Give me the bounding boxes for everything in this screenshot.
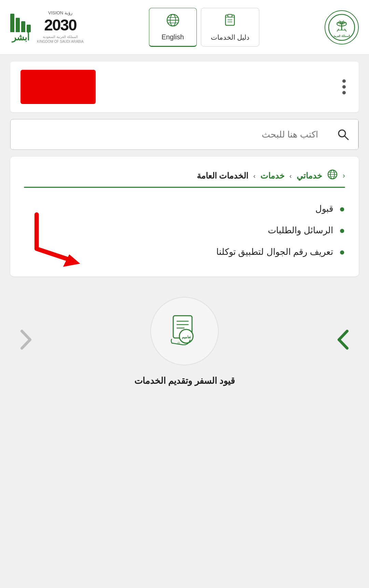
search-section	[10, 119, 359, 150]
carousel-prev-button[interactable]	[327, 324, 359, 359]
menu-item-tawakkalna[interactable]: ● تعريف رقم الجوال لتطبيق توكلنا	[24, 241, 345, 263]
book-icon	[223, 13, 237, 30]
carousel-item-circle: تعاميم	[150, 297, 219, 365]
breadcrumb-general-services: الخدمات العامة	[197, 171, 249, 181]
header-left: ⚔️ المملكة العربية	[325, 10, 359, 44]
user-name-redacted	[20, 70, 96, 104]
header-right: رؤية VISION 2030 المملكة العربية السعودي…	[10, 10, 84, 44]
vision-year: 2030	[44, 16, 76, 35]
header-nav-buttons: دليل الخدمات English	[149, 8, 260, 47]
breadcrumb: ‹ خدماتي › خدمات › الخدمات العامة	[24, 169, 345, 183]
page-header: ⚔️ المملكة العربية	[0, 0, 369, 55]
svg-point-38	[177, 342, 180, 344]
menu-item-messages[interactable]: ● الرسائل والطلبات	[24, 220, 345, 241]
menu-with-annotation: ● قبول ● الرسائل والطلبات ● تعريف رقم ال…	[24, 198, 345, 263]
content-card-wrapper: ‹ خدماتي › خدمات › الخدمات العامة ●	[0, 157, 369, 276]
vision-country-ar: المملكة العربية السعودية	[37, 35, 84, 39]
svg-line-25	[345, 136, 348, 140]
breadcrumb-globe-icon	[327, 169, 338, 183]
english-label: English	[162, 33, 184, 41]
breadcrumb-sep-1: ›	[289, 172, 292, 180]
breadcrumb-underline	[24, 187, 345, 188]
service-guide-button[interactable]: دليل الخدمات	[201, 8, 260, 47]
user-bar	[10, 62, 359, 112]
carousel-item-label: قيود السفر وتقديم الخدمات	[134, 376, 235, 386]
vision-label: رؤية VISION	[48, 10, 72, 16]
carousel-center: تعاميم قيود السفر وتقديم الخدمات	[134, 297, 235, 386]
absher-text: أبشر	[12, 32, 29, 43]
vision-2030-logo: رؤية VISION 2030 المملكة العربية السعودي…	[37, 10, 84, 44]
saudi-logo: ⚔️ المملكة العربية	[325, 10, 359, 44]
menu-item-acceptance[interactable]: ● قبول	[24, 198, 345, 220]
service-guide-label: دليل الخدمات	[211, 33, 250, 41]
bullet-icon: ●	[339, 204, 345, 214]
svg-text:تعاميم: تعاميم	[182, 335, 191, 339]
svg-rect-2	[341, 23, 342, 30]
english-button[interactable]: English	[149, 8, 197, 47]
vision-country-en: KINGDOM OF SAUDI ARABIA	[37, 39, 84, 44]
menu-dots-button[interactable]	[340, 77, 348, 97]
search-button[interactable]	[328, 119, 358, 150]
breadcrumb-khidmati[interactable]: خدماتي	[297, 171, 322, 181]
content-card: ‹ خدماتي › خدمات › الخدمات العامة ●	[10, 157, 359, 276]
menu-item-acceptance-label: قبول	[315, 204, 333, 214]
carousel-item-icon: تعاميم	[166, 312, 203, 350]
search-input[interactable]	[11, 129, 328, 140]
search-bar	[10, 119, 359, 150]
breadcrumb-sep-2: ›	[253, 172, 256, 180]
carousel-section: تعاميم قيود السفر وتقديم الخدمات	[10, 290, 359, 393]
menu-item-messages-label: الرسائل والطلبات	[268, 225, 333, 236]
svg-rect-16	[228, 14, 232, 17]
bullet-icon: ●	[339, 247, 345, 257]
menu-item-tawakkalna-label: تعريف رقم الجوال لتطبيق توكلنا	[216, 247, 333, 257]
globe-icon	[166, 13, 180, 30]
absher-logo: أبشر	[10, 12, 31, 43]
menu-list: ● قبول ● الرسائل والطلبات ● تعريف رقم ال…	[24, 198, 345, 263]
breadcrumb-chevron: ‹	[343, 171, 345, 180]
bullet-icon: ●	[339, 226, 345, 235]
carousel-next-button[interactable]	[10, 324, 42, 359]
svg-text:المملكة العربية: المملكة العربية	[333, 35, 350, 38]
absher-bars	[10, 12, 31, 32]
breadcrumb-khidmat[interactable]: خدمات	[260, 171, 285, 181]
